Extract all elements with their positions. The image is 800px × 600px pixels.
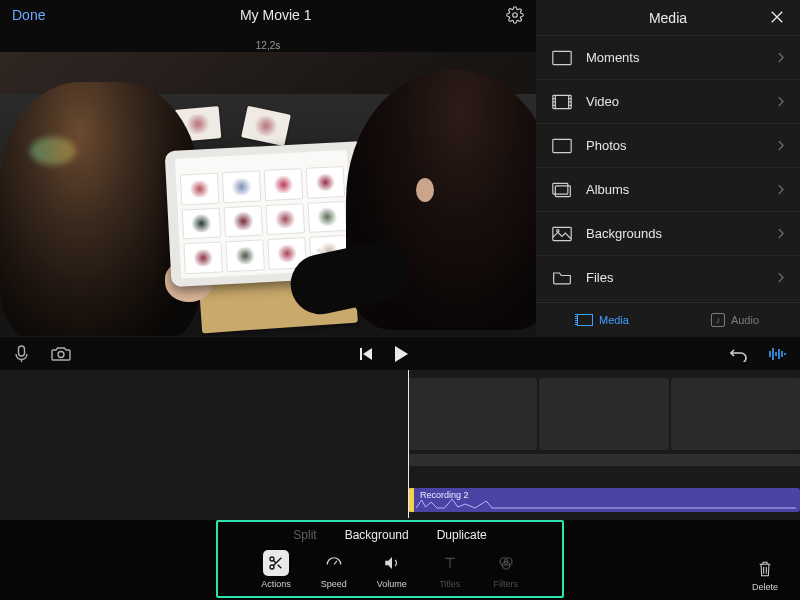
svg-rect-18 (360, 348, 362, 360)
tool-label: Speed (321, 579, 347, 589)
background-button[interactable]: Background (345, 528, 409, 542)
video-clip[interactable] (671, 378, 800, 450)
media-item-backgrounds[interactable]: Backgrounds (536, 212, 800, 256)
volume-icon (379, 550, 405, 576)
scissors-icon (263, 550, 289, 576)
photos-icon (552, 138, 572, 154)
tool-actions[interactable]: Actions (261, 550, 291, 589)
svg-line-28 (278, 565, 282, 569)
video-clip[interactable] (539, 378, 668, 450)
close-icon[interactable] (768, 8, 786, 26)
duplicate-button[interactable]: Duplicate (437, 528, 487, 542)
chevron-right-icon (777, 272, 784, 283)
svg-rect-1 (553, 51, 571, 64)
tab-audio[interactable]: ♪Audio (711, 313, 759, 327)
svg-rect-16 (19, 346, 25, 356)
music-note-icon: ♪ (711, 313, 725, 327)
video-preview[interactable]: Procreate (0, 52, 536, 336)
tool-volume[interactable]: Volume (377, 550, 407, 589)
filmstrip-icon (577, 314, 593, 326)
media-item-files[interactable]: Files (536, 256, 800, 300)
backgrounds-icon (552, 226, 572, 242)
audio-clip[interactable]: Recording 2 (408, 488, 800, 512)
tool-label: Titles (439, 579, 460, 589)
media-item-video[interactable]: Video (536, 80, 800, 124)
svg-line-30 (334, 561, 337, 565)
folder-icon (552, 270, 572, 286)
svg-point-26 (270, 565, 274, 569)
media-header: Media (536, 0, 800, 36)
audio-waveform (416, 498, 796, 510)
tool-filters[interactable]: Filters (493, 550, 519, 589)
skip-back-icon[interactable] (359, 347, 373, 361)
media-item-label: Files (586, 270, 777, 285)
media-item-label: Albums (586, 182, 777, 197)
svg-line-29 (273, 560, 276, 563)
preview-scene: Procreate (0, 52, 536, 336)
chevron-right-icon (777, 140, 784, 151)
timeline[interactable]: Recording 2 (0, 370, 800, 520)
tab-label: Audio (731, 314, 759, 326)
gap-track (408, 454, 800, 466)
speedometer-icon (321, 550, 347, 576)
done-button[interactable]: Done (12, 7, 45, 23)
svg-rect-11 (553, 139, 571, 152)
bottom-toolbar: Split Background Duplicate Actions Speed… (0, 520, 800, 600)
microphone-icon[interactable] (14, 345, 29, 363)
preview-header: Done My Movie 1 (0, 0, 536, 30)
media-panel: Media Moments Video Photos (536, 0, 800, 336)
settings-gear-icon[interactable] (506, 6, 524, 24)
delete-label: Delete (752, 582, 778, 592)
undo-icon[interactable] (730, 346, 748, 362)
video-icon (552, 94, 572, 110)
media-item-label: Moments (586, 50, 777, 65)
chevron-right-icon (777, 228, 784, 239)
media-title: Media (649, 10, 687, 26)
tab-label: Media (599, 314, 629, 326)
waveform-icon[interactable] (768, 346, 786, 362)
chevron-right-icon (777, 184, 784, 195)
chevron-right-icon (777, 96, 784, 107)
svg-point-25 (270, 557, 274, 561)
tool-speed[interactable]: Speed (321, 550, 347, 589)
split-button[interactable]: Split (293, 528, 316, 542)
media-tabs: Media ♪Audio (536, 302, 800, 336)
tool-titles[interactable]: Titles (437, 550, 463, 589)
media-item-albums[interactable]: Albums (536, 168, 800, 212)
trash-icon (757, 559, 773, 579)
camera-icon[interactable] (51, 346, 71, 361)
moments-icon (552, 50, 572, 66)
media-item-label: Video (586, 94, 777, 109)
tool-label: Volume (377, 579, 407, 589)
project-title: My Movie 1 (240, 7, 312, 23)
edit-context-menu: Split Background Duplicate (224, 528, 556, 542)
media-item-moments[interactable]: Moments (536, 36, 800, 80)
playhead-line (408, 370, 409, 518)
transport-bar (0, 336, 800, 370)
timecode-label: 12,2s (256, 40, 280, 51)
text-icon (437, 550, 463, 576)
preview-pane: Done My Movie 1 12,2s Procreate (0, 0, 536, 336)
albums-icon (552, 182, 572, 198)
media-list: Moments Video Photos Albums Backgrounds (536, 36, 800, 302)
video-clip[interactable] (408, 378, 537, 450)
tab-media[interactable]: Media (577, 314, 629, 326)
tool-row: Actions Speed Volume Titles Filters (224, 550, 556, 589)
tool-label: Filters (494, 579, 519, 589)
tool-label: Actions (261, 579, 291, 589)
svg-point-15 (557, 229, 559, 231)
chevron-right-icon (777, 52, 784, 63)
svg-point-0 (513, 13, 518, 18)
media-item-photos[interactable]: Photos (536, 124, 800, 168)
filters-icon (493, 550, 519, 576)
media-item-label: Backgrounds (586, 226, 777, 241)
play-icon[interactable] (393, 345, 409, 363)
video-track[interactable] (408, 378, 800, 450)
media-item-label: Photos (586, 138, 777, 153)
svg-point-17 (58, 352, 64, 358)
delete-button[interactable]: Delete (752, 559, 778, 592)
